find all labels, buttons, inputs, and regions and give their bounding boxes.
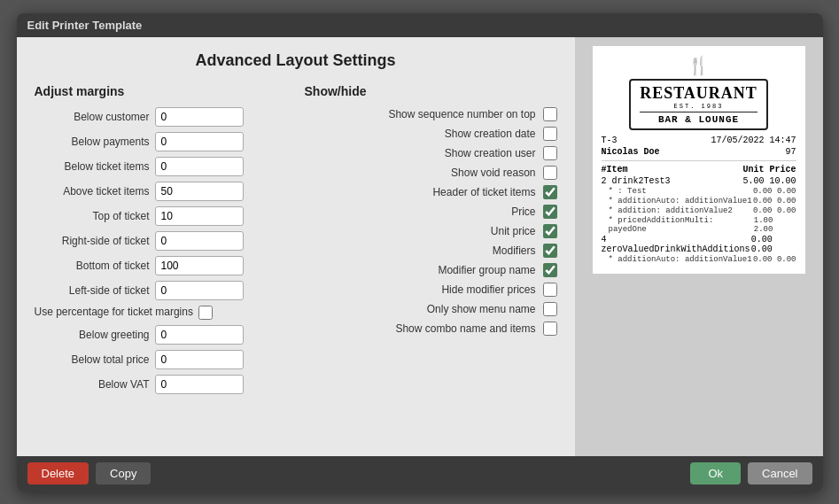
margin-field-input[interactable] [155,350,244,369]
title-bar: Edit Printer Template [17,13,823,37]
receipt-logo: 🍴 RESTAURANT EST. 1983 BAR & LOUNGE [602,55,796,130]
show-hide-row: Show sequence number on top [305,107,557,121]
show-hide-checkbox[interactable] [543,107,557,121]
receipt-col-headers: #Item Unit Price [602,165,796,174]
show-hide-label: Header of ticket items [305,186,536,198]
use-percentage-checkbox[interactable] [198,306,213,320]
adjust-margins-title: Adjust margins [35,84,287,98]
receipt-logo-title: RESTAURANT [640,84,757,103]
show-hide-checkbox[interactable] [543,166,557,180]
margin-field-input[interactable] [155,206,244,226]
margin-field-row: Above ticket items [35,182,287,201]
modifier-text: * : Test [609,187,647,196]
show-hide-row: Show void reason [305,166,557,180]
margin-field-row: Below payments [35,132,287,151]
show-hide-label: Show creation user [305,147,536,159]
show-hide-row: Modifier group name [305,263,557,277]
receipt-customer-num: 97 [785,147,796,157]
margin-field-input[interactable] [155,281,244,300]
modifier-prices: 1.00 2.00 [754,216,796,234]
margin-field-label: Below total price [35,353,150,366]
margin-field-row: Below total price [35,350,287,369]
margin-field-label: Below payments [35,136,150,148]
margin-field-input[interactable] [155,107,244,127]
ok-button[interactable]: Ok [690,462,741,485]
copy-button[interactable]: Copy [96,462,151,485]
margin-field-label: Above ticket items [35,185,150,198]
show-hide-checkbox[interactable] [543,302,557,316]
col-item-header: #Item [602,165,628,174]
receipt-customer-row: Nicolas Doe 97 [602,147,796,157]
delete-button[interactable]: Delete [27,462,89,485]
modifier-prices: 0.00 0.00 [753,187,796,196]
margin-field-label: Bottom of ticket [35,260,150,272]
item-prices: 5.00 10.00 [742,176,796,186]
show-hide-checkbox[interactable] [543,244,557,258]
item-prices: 0.00 0.00 [751,235,796,254]
modifier-text: * pricedAdditionMulti: payedOne [609,216,754,234]
receipt-logo-box: RESTAURANT EST. 1983 BAR & LOUNGE [629,79,768,130]
show-hide-label: Modifiers [305,244,536,257]
modifier-prices: 0.00 0.00 [753,206,796,215]
show-hide-label: Show void reason [305,167,536,179]
margin-field-input[interactable] [155,256,244,275]
margin-field-input[interactable] [155,231,244,251]
margin-field-row: Right-side of ticket [35,231,287,251]
cancel-button[interactable]: Cancel [748,462,812,485]
margin-field-input[interactable] [155,325,244,345]
margin-field-input[interactable] [155,157,244,176]
cutlery-icon: 🍴 [602,55,796,77]
margin-field-label: Below customer [35,111,150,123]
show-hide-checkbox[interactable] [543,127,557,141]
margin-field-label: Right-side of ticket [35,235,150,247]
show-hide-label: Only show menu name [305,303,536,315]
modifier-prices: 0.00 0.00 [753,255,796,264]
receipt-modifier: * additionAuto: additionValue10.00 0.00 [602,255,796,264]
receipt-modifier: * addition: additionValue20.00 0.00 [602,206,796,215]
receipt-modifier: * additionAuto: additionValue10.00 0.00 [602,197,796,205]
panel-title: Advanced Layout Settings [35,51,557,70]
show-hide-title: Show/hide [305,84,557,98]
margin-field-input[interactable] [155,132,244,151]
receipt-modifier: * : Test0.00 0.00 [602,187,796,196]
footer-bar: Delete Copy Ok Cancel [17,456,823,492]
receipt-date: 17/05/2022 14:47 [711,136,796,145]
margin-field-input[interactable] [155,375,244,394]
left-panel: Advanced Layout Settings Adjust margins … [17,37,575,456]
show-hide-label: Show combo name and items [305,322,536,335]
show-hide-row: Modifiers [305,244,557,258]
receipt-table: T-3 [602,136,618,145]
receipt: 🍴 RESTAURANT EST. 1983 BAR & LOUNGE T-3 … [593,46,805,274]
show-hide-label: Price [305,205,536,218]
show-hide-checkbox[interactable] [543,185,557,199]
show-hide-checkbox[interactable] [543,283,557,297]
item-name: 4 zeroValuedDrinkWithAdditions [602,235,751,254]
receipt-item: 4 zeroValuedDrinkWithAdditions0.00 0.00 [602,235,796,254]
margin-field-row: Top of ticket [35,206,287,226]
show-hide-checkbox[interactable] [543,224,557,238]
show-hide-checkbox[interactable] [543,205,557,219]
margin-field-input[interactable] [155,182,244,201]
modifier-text: * additionAuto: additionValue1 [609,255,752,264]
margin-field-label: Below VAT [35,378,150,391]
receipt-preview-panel: 🍴 RESTAURANT EST. 1983 BAR & LOUNGE T-3 … [575,37,823,456]
show-hide-section: Show/hide Show sequence number on top Sh… [305,84,557,399]
use-percentage-row: Use percentage for ticket margins [35,306,287,320]
margin-field-row: Below greeting [35,325,287,345]
margin-field-row: Below VAT [35,375,287,394]
show-hide-row: Show creation date [305,127,557,141]
receipt-items: 2 drink2Test35.00 10.00* : Test0.00 0.00… [602,176,796,264]
show-hide-label: Hide modifier prices [305,283,536,296]
margin-field-label: Top of ticket [35,210,150,222]
margin-field-row: Bottom of ticket [35,256,287,275]
receipt-logo-sub: EST. 1983 [640,103,757,110]
dialog-body: Advanced Layout Settings Adjust margins … [17,37,823,456]
margin-field-row: Below ticket items [35,157,287,176]
show-hide-row: Show combo name and items [305,322,557,336]
show-hide-checkbox[interactable] [543,146,557,160]
show-hide-row: Header of ticket items [305,185,557,199]
show-hide-checkbox[interactable] [543,263,557,277]
show-hide-checkbox[interactable] [543,322,557,336]
margin-fields-2: Below greeting Below total price Below V… [35,325,287,394]
show-hide-row: Hide modifier prices [305,283,557,297]
